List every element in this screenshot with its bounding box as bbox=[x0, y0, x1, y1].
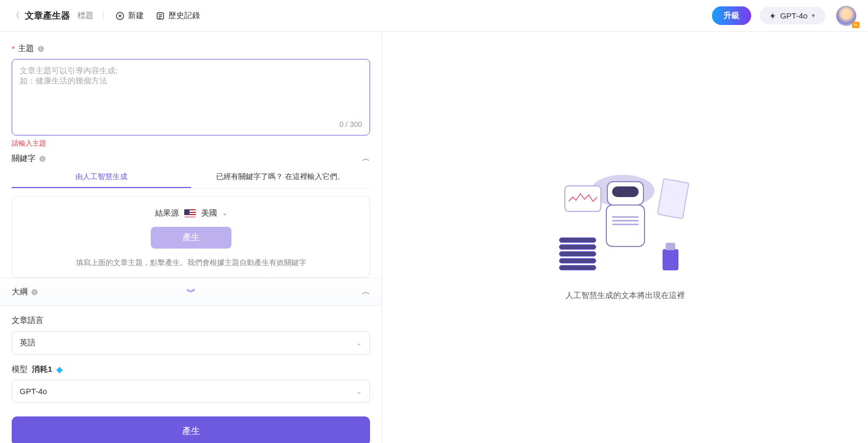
keyword-card: 結果源 美國 ⌄ 產生 填寫上面的文章主題，點擊產生。我們會根據主題自動產生有效… bbox=[12, 196, 370, 278]
svg-rect-11 bbox=[42, 158, 42, 160]
keywords-label: 關鍵字 bbox=[12, 154, 36, 164]
chevron-down-icon: ⌄ bbox=[356, 387, 362, 395]
model-label-row: 模型 消耗1 ◆ bbox=[12, 364, 370, 374]
model-value: GPT-4o bbox=[20, 387, 47, 396]
robot-illustration bbox=[559, 175, 692, 276]
back-chevron-icon[interactable]: 〈 bbox=[12, 11, 20, 21]
generate-keywords-button[interactable]: 產生 bbox=[151, 227, 231, 249]
info-icon[interactable] bbox=[31, 288, 38, 296]
history-icon bbox=[156, 11, 165, 21]
outline-label: 大綱 bbox=[12, 287, 28, 297]
plus-circle-icon bbox=[115, 11, 125, 21]
diamond-icon: ◆ bbox=[56, 364, 63, 374]
char-counter: 0 / 300 bbox=[20, 120, 362, 129]
new-button-label: 新建 bbox=[128, 11, 144, 21]
outline-section: 大綱 ︾ ︿ bbox=[0, 278, 382, 305]
history-button[interactable]: 歷史記錄 bbox=[156, 11, 200, 21]
history-button-label: 歷史記錄 bbox=[168, 11, 200, 21]
tab-manual-input[interactable]: 已經有關鍵字了嗎？ 在這裡輸入它們。 bbox=[191, 167, 371, 188]
result-source-row[interactable]: 結果源 美國 ⌄ bbox=[23, 208, 359, 218]
svg-rect-15 bbox=[34, 290, 35, 291]
chevron-down-icon: ⌄ bbox=[222, 210, 227, 217]
upgrade-button[interactable]: 升級 bbox=[712, 6, 751, 25]
model-label: 模型 bbox=[12, 364, 28, 374]
bottom-form: 文章語言 英語 ⌄ 模型 消耗1 ◆ GPT-4o ⌄ 產生 bbox=[0, 305, 382, 443]
page-subtitle: 標題 bbox=[78, 11, 104, 21]
header: 〈 文章產生器 標題 新建 歷史記錄 升級 GPT-4o ▼ % bbox=[0, 0, 868, 32]
model-consume: 消耗1 bbox=[32, 364, 52, 374]
generate-article-button[interactable]: 產生 bbox=[12, 416, 370, 443]
us-flag-icon bbox=[184, 209, 196, 217]
avatar-badge: % bbox=[852, 22, 860, 28]
double-chevron-down-icon[interactable]: ︾ bbox=[186, 286, 196, 299]
keywords-section-head: 關鍵字 ︿ bbox=[12, 154, 370, 164]
collapse-keywords-icon[interactable]: ︿ bbox=[362, 154, 370, 164]
required-asterisk: * bbox=[12, 44, 15, 53]
source-label: 結果源 bbox=[155, 208, 179, 218]
keyword-hint: 填寫上面的文章主題，點擊產生。我們會根據主題自動產生有效關鍵字 bbox=[23, 258, 359, 268]
right-panel: 人工智慧生成的文本將出現在這裡 bbox=[382, 32, 868, 443]
model-select[interactable]: GPT-4o ⌄ bbox=[12, 380, 370, 403]
chevron-down-icon: ⌄ bbox=[356, 339, 362, 347]
page-title: 文章產生器 bbox=[25, 10, 70, 22]
topic-textarea[interactable] bbox=[20, 66, 362, 114]
collapse-outline-icon[interactable]: ︿ bbox=[362, 287, 370, 297]
topic-label: 主題 bbox=[18, 44, 34, 54]
topic-input-box: 0 / 300 bbox=[12, 59, 370, 135]
avatar[interactable]: % bbox=[836, 6, 856, 26]
topic-error: 請輸入主題 bbox=[12, 139, 370, 148]
model-selector-pill[interactable]: GPT-4o ▼ bbox=[760, 7, 826, 24]
tab-ai-generate[interactable]: 由人工智慧生成 bbox=[12, 167, 191, 188]
svg-rect-12 bbox=[42, 157, 42, 157]
svg-rect-9 bbox=[40, 47, 41, 47]
model-pill-label: GPT-4o bbox=[780, 11, 807, 20]
language-label: 文章語言 bbox=[12, 316, 370, 326]
svg-rect-14 bbox=[34, 291, 35, 293]
topic-label-row: * 主題 bbox=[12, 44, 370, 54]
source-value: 美國 bbox=[201, 208, 217, 218]
main: * 主題 0 / 300 請輸入主題 關鍵字 ︿ 由人工智慧生成 已經有關鍵字了… bbox=[0, 32, 868, 443]
empty-state-text: 人工智慧生成的文本將出現在這裡 bbox=[565, 291, 685, 301]
new-button[interactable]: 新建 bbox=[115, 11, 144, 21]
left-panel: * 主題 0 / 300 請輸入主題 關鍵字 ︿ 由人工智慧生成 已經有關鍵字了… bbox=[0, 32, 382, 443]
chevron-down-icon: ▼ bbox=[811, 13, 816, 19]
keyword-tabs: 由人工智慧生成 已經有關鍵字了嗎？ 在這裡輸入它們。 bbox=[12, 167, 370, 189]
language-value: 英語 bbox=[20, 338, 36, 348]
language-select[interactable]: 英語 ⌄ bbox=[12, 331, 370, 355]
info-icon[interactable] bbox=[39, 155, 46, 163]
bolt-icon bbox=[769, 12, 777, 20]
info-icon[interactable] bbox=[37, 45, 45, 53]
svg-rect-8 bbox=[40, 48, 41, 50]
